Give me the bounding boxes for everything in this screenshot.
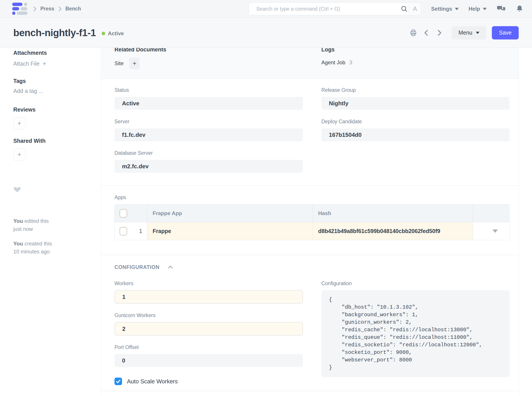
page-title: bench-nightly-f1-1 xyxy=(13,27,96,38)
deploy-candidate-field-label: Deploy Candidate xyxy=(321,119,510,125)
frappe-app-cell[interactable]: Frappe xyxy=(153,228,171,234)
related-doc-site-label[interactable]: Site xyxy=(114,60,124,66)
gunicorn-workers-field-label: Gunicorn Workers xyxy=(114,312,303,318)
chevron-up-icon xyxy=(167,264,174,270)
activity-actor: You xyxy=(13,218,23,224)
configuration-json-block: { "db_host": "10.1.3.102", "background_w… xyxy=(321,290,510,377)
add-tag-label: Add a tag ... xyxy=(13,88,43,94)
table-row: 1 Frappe d8b421b49a8bf61c599b048140cbb20… xyxy=(115,222,509,240)
chevron-right-icon xyxy=(57,6,63,12)
release-group-field-input[interactable]: Nightly xyxy=(321,97,510,110)
global-search xyxy=(248,2,413,15)
apps-table: Frappe App Hash 1 Frappe xyxy=(114,204,510,240)
apps-section: Apps Frappe App Hash xyxy=(101,186,519,255)
configuration-section-toggle[interactable]: CONFIGURATION xyxy=(114,264,510,270)
workers-field-label: Workers xyxy=(114,280,303,286)
column-header-hash: Hash xyxy=(318,210,331,216)
activity-action: created this xyxy=(24,241,52,247)
row-index[interactable]: 1 xyxy=(139,228,142,234)
chat-icon[interactable] xyxy=(497,4,506,13)
add-share-button[interactable]: + xyxy=(13,149,25,161)
plus-icon: + xyxy=(17,120,21,127)
tags-title: Tags xyxy=(13,78,92,84)
navbar: Press Bench A Settings Help xyxy=(0,0,532,18)
form-sidebar: Attachments Attach File + Tags Add a tag… xyxy=(0,48,101,396)
attach-file-label: Attach File xyxy=(13,61,40,67)
page-header: bench-nightly-f1-1 Active Menu Save xyxy=(0,18,532,48)
user-avatar[interactable]: A xyxy=(408,2,421,15)
plus-icon: + xyxy=(17,151,21,158)
activity-time: 10 minutes ago xyxy=(13,249,50,255)
details-section: Status Active Server f1.fc.dev Database … xyxy=(101,79,519,186)
add-site-button[interactable]: + xyxy=(129,58,140,69)
chevron-down-icon xyxy=(483,8,487,10)
help-label: Help xyxy=(468,6,480,12)
status-indicator-label: Active xyxy=(108,30,124,37)
form-body: Related Documents Site + Logs Agent Job … xyxy=(101,48,519,396)
status-field-input[interactable]: Active xyxy=(114,97,303,110)
hash-cell[interactable]: d8b421b49a8bf61c599b048140cbb2062fed50f9 xyxy=(318,228,440,234)
related-documents-title: Related Documents xyxy=(114,48,303,53)
menu-button[interactable]: Menu xyxy=(452,26,486,40)
configuration-json-code: { "db_host": "10.1.3.102", "background_w… xyxy=(329,296,502,371)
attach-file-button[interactable]: Attach File + xyxy=(13,60,92,67)
menu-button-label: Menu xyxy=(458,29,472,36)
port-offset-field-input[interactable]: 0 xyxy=(114,354,303,367)
database-server-field-input[interactable]: m2.fc.dev xyxy=(114,160,303,173)
breadcrumb: Press Bench xyxy=(31,6,81,12)
release-group-field-label: Release Group xyxy=(321,87,510,93)
app-logo-icon[interactable] xyxy=(12,3,28,15)
column-header-frappe-app: Frappe App xyxy=(153,210,182,216)
settings-label: Settings xyxy=(431,6,452,12)
configuration-section-title: CONFIGURATION xyxy=(114,264,160,270)
save-button[interactable]: Save xyxy=(492,26,519,40)
gunicorn-workers-field-input[interactable]: 2 xyxy=(114,322,303,335)
activity-action: edited this xyxy=(24,218,49,224)
apps-table-header: Frappe App Hash xyxy=(115,204,509,222)
status-dot-icon xyxy=(102,32,105,35)
port-offset-field-label: Port Offset xyxy=(114,344,303,350)
plus-icon: + xyxy=(43,60,46,67)
attachments-title: Attachments xyxy=(13,50,92,56)
activity-edited: You edited this just now xyxy=(13,217,92,233)
previous-document-icon[interactable] xyxy=(423,29,430,36)
server-field-label: Server xyxy=(114,119,303,125)
deploy-candidate-field-input[interactable]: 167b1504d0 xyxy=(321,128,510,141)
agent-job-count-badge: 3 xyxy=(349,59,352,66)
select-all-checkbox[interactable] xyxy=(120,209,127,217)
search-input[interactable] xyxy=(256,6,401,12)
shared-with-title: Shared With xyxy=(13,138,92,144)
form-dashboard-section: Related Documents Site + Logs Agent Job … xyxy=(101,48,519,79)
log-agent-job-link[interactable]: Agent Job xyxy=(321,59,345,66)
chevron-right-icon xyxy=(31,6,38,12)
chevron-down-icon xyxy=(476,32,479,34)
database-server-field-label: Database Server xyxy=(114,150,303,156)
status-field-label: Status xyxy=(114,87,303,93)
auto-scale-workers-label: Auto Scale Workers xyxy=(127,378,178,385)
reviews-title: Reviews xyxy=(13,106,92,113)
apps-section-label: Apps xyxy=(114,194,510,200)
next-document-icon[interactable] xyxy=(436,29,443,36)
server-field-input[interactable]: f1.fc.dev xyxy=(114,128,303,141)
add-review-button[interactable]: + xyxy=(13,117,25,129)
like-heart-icon[interactable] xyxy=(13,185,92,194)
configuration-json-label: Configuration xyxy=(321,280,510,286)
search-icon[interactable] xyxy=(401,5,408,13)
activity-actor: You xyxy=(13,241,23,247)
add-tag-button[interactable]: Add a tag ... xyxy=(13,88,92,94)
workers-field-input[interactable]: 1 xyxy=(114,290,303,303)
notifications-bell-icon[interactable] xyxy=(516,5,524,13)
logs-title: Logs xyxy=(321,48,510,53)
configuration-section: CONFIGURATION Workers 1 Gunicorn Workers… xyxy=(101,255,519,391)
activity-time: just now xyxy=(13,226,33,232)
row-expand-triangle-icon[interactable] xyxy=(492,229,498,233)
help-dropdown[interactable]: Help xyxy=(468,6,487,12)
breadcrumb-item-press[interactable]: Press xyxy=(40,6,54,12)
settings-dropdown[interactable]: Settings xyxy=(431,6,459,12)
status-indicator: Active xyxy=(102,30,124,37)
activity-created: You created this 10 minutes ago xyxy=(13,240,92,256)
row-checkbox[interactable] xyxy=(120,227,127,235)
print-icon[interactable] xyxy=(409,29,417,37)
breadcrumb-item-bench[interactable]: Bench xyxy=(65,6,81,12)
auto-scale-workers-checkbox[interactable] xyxy=(114,378,122,385)
